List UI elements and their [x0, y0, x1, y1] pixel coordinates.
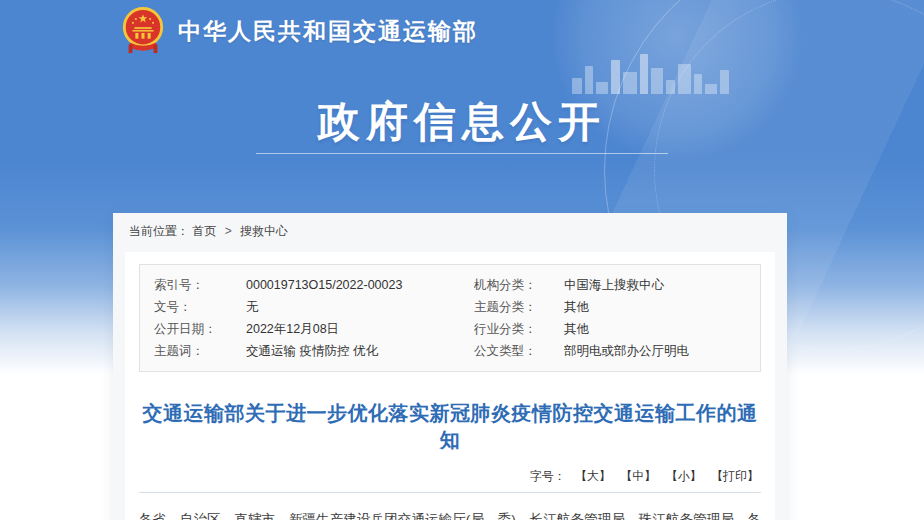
- breadcrumb-separator: >: [225, 224, 232, 238]
- document-card: 索引号： 000019713O15/2022-00023 机构分类： 中国海上搜…: [125, 252, 775, 520]
- meta-label-index: 索引号：: [154, 274, 246, 296]
- meta-value-doc-type: 部明电或部办公厅明电: [564, 340, 760, 362]
- font-size-small-button[interactable]: 【小】: [666, 469, 702, 483]
- meta-label-publish-date: 公开日期：: [154, 318, 246, 340]
- meta-value-index: 000019713O15/2022-00023: [246, 274, 474, 296]
- metadata-grid: 索引号： 000019713O15/2022-00023 机构分类： 中国海上搜…: [154, 274, 760, 362]
- article-title: 交通运输部关于进一步优化落实新冠肺炎疫情防控交通运输工作的通知: [139, 400, 761, 454]
- font-size-label: 字号：: [530, 469, 566, 483]
- banner-title: 政府信息公开: [0, 94, 924, 150]
- breadcrumb-label: 当前位置：: [129, 224, 189, 238]
- content-panel: 当前位置： 首页 > 搜救中心 索引号： 000019713O15/2022-0…: [113, 213, 787, 520]
- article-body: 各省、自治区、直辖市、新疆生产建设兵团交通运输厅(局、委)，长江航务管理局、珠江…: [139, 509, 761, 520]
- meta-label-topic-category: 主题分类：: [474, 296, 564, 318]
- meta-label-doc-number: 文号：: [154, 296, 246, 318]
- breadcrumb: 当前位置： 首页 > 搜救中心: [113, 213, 787, 248]
- article-paragraph-salutation: 各省、自治区、直辖市、新疆生产建设兵团交通运输厅(局、委)，长江航务管理局、珠江…: [139, 509, 761, 520]
- font-size-medium-button[interactable]: 【中】: [620, 469, 656, 483]
- meta-value-doc-number: 无: [246, 296, 474, 318]
- banner-underline: [256, 153, 668, 154]
- meta-label-doc-type: 公文类型：: [474, 340, 564, 362]
- meta-label-industry-category: 行业分类：: [474, 318, 564, 340]
- breadcrumb-current-link[interactable]: 搜救中心: [240, 224, 288, 238]
- meta-value-topic-category: 其他: [564, 296, 760, 318]
- meta-label-org-category: 机构分类：: [474, 274, 564, 296]
- page-root: { "header": { "site_name": "中华人民共和国交通运输部…: [0, 0, 924, 520]
- meta-value-org-category: 中国海上搜救中心: [564, 274, 760, 296]
- font-size-controls: 字号： 【大】 【中】 【小】 【打印】: [139, 468, 761, 485]
- print-button[interactable]: 【打印】: [711, 469, 759, 483]
- breadcrumb-home-link[interactable]: 首页: [192, 224, 216, 238]
- font-size-large-button[interactable]: 【大】: [575, 469, 611, 483]
- meta-value-keywords: 交通运输 疫情防控 优化: [246, 340, 474, 362]
- document-metadata-box: 索引号： 000019713O15/2022-00023 机构分类： 中国海上搜…: [139, 264, 761, 372]
- title-divider: [139, 492, 761, 493]
- meta-value-publish-date: 2022年12月08日: [246, 318, 474, 340]
- meta-value-industry-category: 其他: [564, 318, 760, 340]
- meta-label-keywords: 主题词：: [154, 340, 246, 362]
- site-header: 中华人民共和国交通运输部: [0, 0, 924, 62]
- site-title: 中华人民共和国交通运输部: [178, 16, 478, 47]
- national-emblem-icon: [120, 6, 166, 56]
